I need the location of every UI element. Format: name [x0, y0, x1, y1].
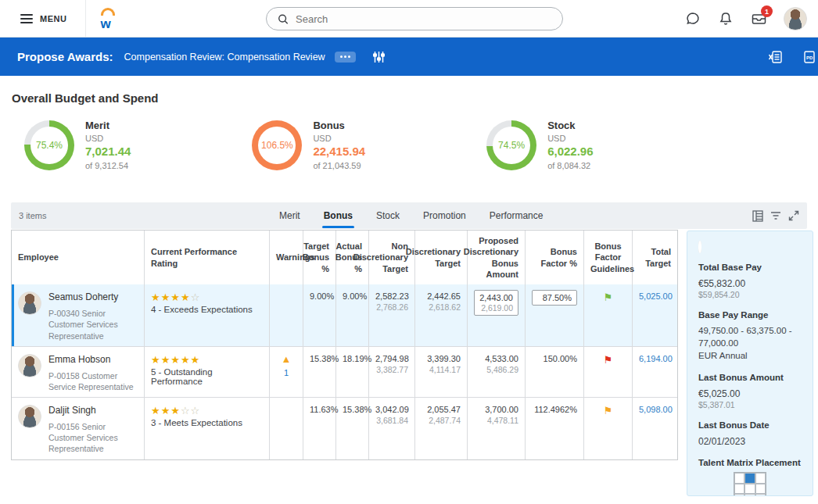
compensation-grid: Employee Current Performance Rating Warn… — [11, 230, 678, 460]
profile-avatar[interactable] — [784, 7, 807, 30]
settings-sliders-icon[interactable] — [373, 51, 385, 63]
total-base-pay-value: €55,832.00 — [698, 278, 802, 289]
bonus-label: Bonus — [313, 119, 365, 133]
merit-donut-chart: 75.4% — [24, 120, 74, 170]
tab-stock[interactable]: Stock — [376, 202, 400, 229]
employee-avatar — [18, 405, 41, 428]
search-input[interactable] — [296, 13, 551, 25]
discretionary-target-cell: 3,399.30 4,114.17 — [415, 347, 468, 397]
stock-currency: USD — [547, 133, 593, 145]
non-discretionary-target-cell: 3,042.09 3,681.84 — [369, 398, 415, 459]
notifications-bell-icon[interactable] — [718, 11, 734, 27]
page-title: Propose Awards: — [17, 50, 113, 63]
bonus-factor-cell[interactable]: 112.4962% — [526, 398, 584, 459]
stock-amount: 6,022.96 — [547, 144, 593, 159]
employee-avatar — [18, 291, 41, 315]
tab-merit[interactable]: Merit — [279, 202, 300, 229]
inbox-badge: 1 — [761, 5, 773, 17]
banner-subtitle: Compensation Review: Compensation Review — [124, 52, 325, 63]
talent-matrix-grid[interactable] — [734, 472, 766, 496]
total-target-link[interactable]: 6,194.00 — [639, 354, 673, 363]
col-warnings[interactable]: Warnings — [270, 231, 303, 284]
target-bonus-cell: 9.00% — [303, 284, 336, 346]
col-performance-rating[interactable]: Current Performance Rating — [145, 231, 270, 284]
bonus-budget-chart: 106.5% Bonus USD 22,415.94 of 21,043.59 — [252, 119, 365, 171]
total-target-link[interactable]: 5,098.00 — [639, 405, 673, 414]
bonus-factor-input[interactable]: 87.50% — [532, 290, 577, 306]
last-bonus-amount-value: €5,025.00 — [698, 388, 802, 399]
bonus-donut-chart: 106.5% — [252, 120, 302, 170]
proposed-bonus-cell[interactable]: 3,700.00 4,478.11 — [468, 398, 526, 459]
export-pdf-icon[interactable]: PD — [804, 49, 818, 65]
grid-toolbar: 3 items Merit Bonus Stock Promotion Perf… — [11, 202, 807, 229]
merit-amount: 7,021.44 — [85, 144, 131, 159]
employee-name[interactable]: Seamus Doherty — [48, 291, 138, 302]
last-bonus-date-label: Last Bonus Date — [698, 420, 802, 430]
last-bonus-amount-usd: $5,387.01 — [698, 400, 802, 409]
last-bonus-amount-label: Last Bonus Amount — [698, 373, 802, 382]
inbox-icon[interactable]: 1 — [751, 11, 766, 27]
banner-export-actions: PD — [768, 38, 818, 76]
menu-label: MENU — [40, 14, 66, 23]
export-excel-icon[interactable] — [768, 49, 784, 65]
tab-performance[interactable]: Performance — [490, 202, 544, 229]
discretionary-target-cell: 2,442.65 2,618.62 — [415, 284, 468, 346]
total-target-cell: 5,098.00 — [633, 398, 677, 459]
base-pay-range-value: 49,750.00 - 63,375.00 - 77,000.00 EUR An… — [698, 324, 802, 362]
warnings-cell: ▲ 1 — [270, 347, 303, 397]
bonus-percent: 106.5% — [261, 140, 293, 151]
employee-position: P-00340 Senior Customer Services Represe… — [48, 308, 138, 341]
guideline-flag-icon: ⚑ — [590, 405, 626, 416]
bonus-currency: USD — [313, 133, 365, 145]
merit-label: Merit — [85, 119, 131, 133]
warnings-cell — [270, 398, 303, 459]
rating-stars: ★★★☆☆ — [151, 405, 200, 416]
employee-name[interactable]: Emma Hobson — [48, 354, 138, 365]
rating-stars: ★★★★☆ — [151, 291, 200, 303]
actual-bonus-cell: 18.19% — [336, 347, 369, 397]
related-actions-button[interactable] — [335, 52, 356, 63]
tab-bonus[interactable]: Bonus — [324, 202, 353, 229]
workday-logo-arc — [101, 8, 115, 16]
col-bonus-factor-guidelines[interactable]: Bonus Factor Guidelines — [584, 231, 633, 284]
col-bonus-factor[interactable]: Bonus Factor % — [526, 231, 584, 284]
table-row[interactable]: Seamus Doherty P-00340 Senior Customer S… — [12, 284, 677, 346]
col-target-bonus[interactable]: Target Bonus % — [303, 231, 336, 284]
rating-text: 5 - Outstanding Performance — [151, 367, 263, 386]
total-target-cell: 5,025.00 — [633, 284, 677, 346]
guideline-flag-cell: ⚑ — [584, 398, 633, 459]
proposed-bonus-cell[interactable]: 4,533.00 5,486.29 — [468, 347, 526, 397]
search-bar[interactable] — [266, 7, 563, 30]
chat-icon[interactable] — [685, 11, 701, 27]
proposed-bonus-input[interactable]: 2,443.00 2,619.00 — [474, 290, 518, 316]
table-row[interactable]: Daljit Singh P-00156 Senior Customer Ser… — [12, 397, 677, 459]
stock-donut-chart: 74.5% — [486, 120, 536, 170]
items-count: 3 items — [19, 211, 46, 220]
menu-button[interactable]: MENU — [0, 0, 86, 37]
guideline-flag-cell: ⚑ — [584, 347, 633, 397]
hamburger-icon — [20, 14, 33, 23]
stock-label: Stock — [547, 119, 593, 133]
stock-budget-chart: 74.5% Stock USD 6,022.96 of 8,084.32 — [486, 119, 593, 171]
table-row[interactable]: Emma Hobson P-00158 Customer Service Rep… — [12, 346, 677, 397]
bonus-budget-total: of 21,043.59 — [313, 160, 365, 172]
non-discretionary-target-cell: 2,582.23 2,768.26 — [369, 284, 415, 346]
proposed-bonus-cell: 2,443.00 2,619.00 — [468, 284, 526, 346]
filter-icon[interactable] — [770, 211, 781, 221]
tab-promotion[interactable]: Promotion — [423, 202, 466, 229]
col-discretionary-target[interactable]: Discretionary Target — [415, 231, 468, 284]
employee-name[interactable]: Daljit Singh — [48, 405, 138, 416]
employee-detail-panel: Total Base Pay €55,832.00 $59,854.20 Bas… — [687, 231, 813, 496]
col-proposed-discretionary-bonus[interactable]: Proposed Discretionary Bonus Amount — [468, 231, 526, 284]
col-total-target[interactable]: Total Target — [633, 231, 677, 284]
guideline-flag-cell: ⚑ — [584, 284, 633, 346]
bonus-factor-cell[interactable]: 150.00% — [526, 347, 584, 397]
col-employee[interactable]: Employee — [12, 231, 145, 284]
target-bonus-cell: 11.63% — [303, 398, 336, 459]
merit-currency: USD — [85, 133, 131, 145]
warning-count-link[interactable]: 1 — [276, 368, 296, 377]
expand-icon[interactable] — [788, 210, 799, 221]
workday-logo[interactable]: w — [99, 7, 119, 30]
total-target-link[interactable]: 5,025.00 — [639, 291, 673, 301]
grid-view-icon[interactable] — [752, 210, 763, 222]
